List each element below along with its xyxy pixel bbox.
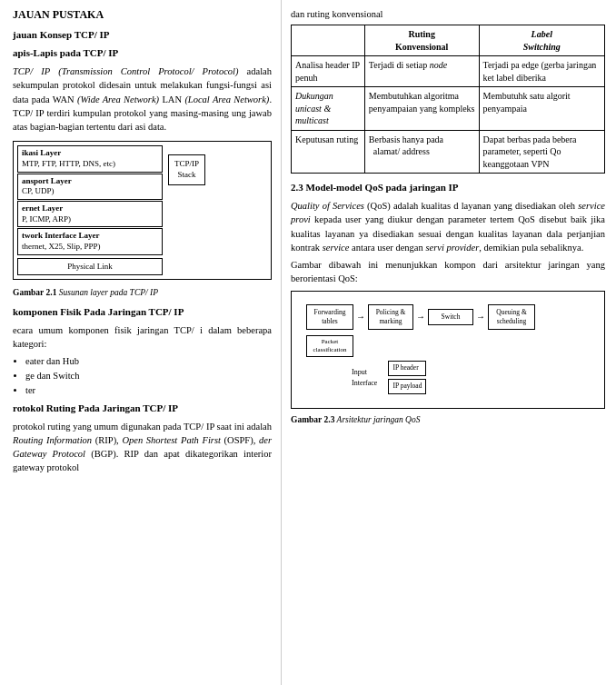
queuing-box: Queuing &scheduling xyxy=(488,304,535,330)
fig3-caption: Gambar 2.3 Arsitektur jaringan QoS xyxy=(291,414,605,427)
section3-title: komponen Fisik Pada Jaringan TCP/ IP xyxy=(13,305,272,320)
section-qos-title: 2.3 Model-model QoS pada jaringan IP xyxy=(291,181,605,195)
layer-application: ikasi Layer MTP, FTP, HTTP, DNS, etc) xyxy=(17,145,163,172)
comparison-table: RutingKonvensional LabelSwitching Analis… xyxy=(291,25,605,174)
list-item: ge dan Switch xyxy=(25,369,272,382)
qos-architecture-diagram: Forwardingtables → Policing &marking → S… xyxy=(291,291,605,409)
physical-link-box: Physical Link xyxy=(17,258,163,275)
th-empty xyxy=(292,25,365,56)
ip-payload-box: IP payload xyxy=(388,379,426,394)
td-membutuhkan: Membutuhkan algoritma penyampaian yang k… xyxy=(364,87,479,131)
layer-internet: ernet Layer P, ICMP, ARP) xyxy=(17,201,163,227)
td-terjadi: Terjadi di setiap node xyxy=(364,56,479,87)
ip-header-box: IP header xyxy=(388,361,426,376)
list-item: eater dan Hub xyxy=(25,354,272,368)
td-analisa: Analisa header IP penuh xyxy=(292,56,365,87)
page: JAUAN PUSTAKA jauan Konsep TCP/ IP apis-… xyxy=(0,0,616,685)
table-caption: dan ruting konvensional xyxy=(291,7,605,21)
table-row: Keputusan ruting Berbasis hanya pada ala… xyxy=(292,130,605,174)
input-interface-label: InputInterface xyxy=(352,367,377,388)
right-column: dan ruting konvensional RutingKonvension… xyxy=(282,0,616,685)
list-item: ter xyxy=(25,383,272,397)
th-ruting: RutingKonvensional xyxy=(364,25,479,56)
section3-body: ecara umum komponen fisik jaringan TCP/ … xyxy=(13,323,272,351)
qos-body1: Quality of Services (QoS) adalah kualita… xyxy=(291,199,605,254)
td-berbasis: Berbasis hanya pada alamat/ address xyxy=(364,130,479,174)
layer-network-interface: twork Interface Layer thernet, X25, Slip… xyxy=(17,228,163,254)
fig1-caption: Gambar 2.1 Susunan layer pada TCP/ IP xyxy=(13,287,272,300)
tcp-layers-stack: ikasi Layer MTP, FTP, HTTP, DNS, etc) an… xyxy=(17,145,163,256)
layer-transport: ansport Layer CP, UDP) xyxy=(17,174,163,200)
pkt-classification-box: Packetclassification xyxy=(306,335,353,357)
td-terjadi-pa: Terjadi pa edge (gerba jaringan ket labe… xyxy=(479,56,604,87)
th-switching: LabelSwitching xyxy=(479,25,604,56)
section4-title: rotokol Ruting Pada Jaringan TCP/ IP xyxy=(13,402,272,416)
td-dukungan: Dukungan unicast & multicast xyxy=(292,87,365,131)
section3-list: eater dan Hub ge dan Switch ter xyxy=(25,354,272,398)
section2-body: TCP/ IP (Transmission Control Protocol/ … xyxy=(13,65,272,134)
table-row: Dukungan unicast & multicast Membutuhkan… xyxy=(292,87,605,131)
td-keputusan: Keputusan ruting xyxy=(292,130,365,174)
qos-body2: Gambar dibawah ini menunjukkan kompon da… xyxy=(291,258,605,285)
tcp-layer-diagram: ikasi Layer MTP, FTP, HTTP, DNS, etc) an… xyxy=(13,141,272,280)
td-dapat: Dapat berbas pada bebera parameter, sepe… xyxy=(479,130,604,174)
switch-box: Switch xyxy=(428,309,473,325)
left-column: JAUAN PUSTAKA jauan Konsep TCP/ IP apis-… xyxy=(0,0,282,685)
forwarding-box: Forwardingtables xyxy=(306,304,353,330)
section1-title: jauan Konsep TCP/ IP xyxy=(13,28,272,43)
table-row: Analisa header IP penuh Terjadi di setia… xyxy=(292,56,605,87)
policing-box: Policing &marking xyxy=(368,304,413,330)
section2-title: apis-Lapis pada TCP/ IP xyxy=(13,46,272,61)
tcp-stack-box: TCP/IPStack xyxy=(168,154,205,184)
chapter-title: JAUAN PUSTAKA xyxy=(13,7,272,23)
section4-body: protokol ruting yang umum digunakan pada… xyxy=(13,420,272,475)
td-membutuhk: Membutuhk satu algorit penyampaia xyxy=(479,87,604,131)
